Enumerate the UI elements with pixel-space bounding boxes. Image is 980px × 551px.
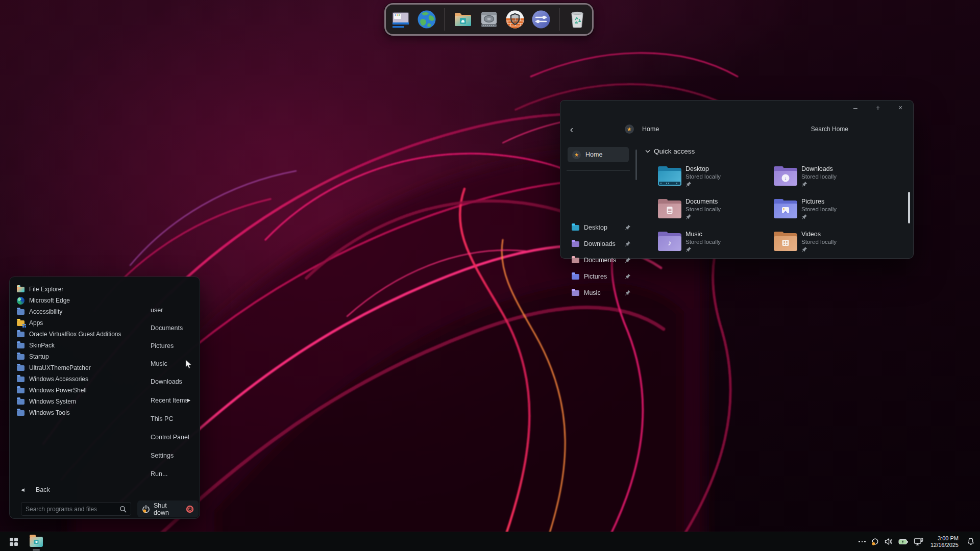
start-menu-pictures[interactable]: Pictures bbox=[151, 341, 174, 351]
start-menu-music[interactable]: Music bbox=[151, 359, 167, 369]
quick-access-header[interactable]: Quick access bbox=[645, 147, 695, 155]
sidebar-item-music[interactable]: Music bbox=[572, 287, 631, 298]
app-label: Windows Accessories bbox=[29, 375, 88, 383]
app-label: Apps bbox=[29, 319, 43, 327]
tray-overflow-icon[interactable] bbox=[859, 541, 866, 542]
clock[interactable]: 3:00 PM 12/16/2025 bbox=[930, 535, 959, 548]
settings-sliders-icon[interactable] bbox=[530, 8, 552, 31]
start-menu-app-windows-powershell[interactable]: Windows PowerShell bbox=[17, 385, 134, 396]
quick-access-item-desktop[interactable]: Desktop Stored locally bbox=[658, 165, 765, 192]
recycle-bin-icon[interactable] bbox=[566, 8, 589, 31]
pin-icon[interactable] bbox=[625, 273, 631, 280]
pin-icon bbox=[801, 214, 807, 220]
start-menu-app-accessibility[interactable]: Accessibility bbox=[17, 306, 134, 317]
start-menu-app-windows-system[interactable]: Windows System bbox=[17, 396, 134, 407]
start-menu-app-windows-tools[interactable]: Windows Tools bbox=[17, 407, 134, 418]
start-menu-app-skinpack[interactable]: SkinPack bbox=[17, 340, 134, 351]
start-menu-app-startup[interactable]: Startup bbox=[17, 351, 134, 362]
start-menu-app-apps[interactable]: Apps bbox=[17, 317, 134, 329]
content-scrollbar[interactable] bbox=[908, 192, 910, 223]
pin-icon[interactable] bbox=[625, 224, 631, 231]
app-label: Windows PowerShell bbox=[29, 387, 87, 394]
start-menu-search[interactable] bbox=[21, 502, 131, 516]
battery-icon[interactable] bbox=[898, 538, 909, 545]
start-menu-documents[interactable]: Documents bbox=[151, 323, 183, 333]
quick-access-item-downloads[interactable]: ↓ Downloads Stored locally bbox=[774, 165, 881, 192]
display-network-icon[interactable] bbox=[914, 538, 923, 546]
start-menu-app-microsoft-edge[interactable]: Microsoft Edge bbox=[17, 295, 134, 306]
sidebar-item-pictures[interactable]: Pictures bbox=[572, 271, 631, 282]
file-explorer-icon bbox=[30, 537, 43, 547]
address-location[interactable]: Home bbox=[642, 126, 659, 133]
start-menu-app-windows-accessories[interactable]: Windows Accessories bbox=[17, 373, 134, 385]
start-menu-this-pc[interactable]: This PC bbox=[151, 414, 173, 424]
quick-access-item-pictures[interactable]: Pictures Stored locally bbox=[774, 198, 881, 224]
close-button[interactable]: × bbox=[896, 103, 905, 113]
sidebar-scrollbar[interactable] bbox=[635, 149, 637, 180]
start-menu-control-panel[interactable]: Control Panel bbox=[151, 432, 189, 442]
volume-icon[interactable] bbox=[885, 538, 893, 545]
start-menu-recent-items[interactable]: Recent Items bbox=[151, 395, 188, 406]
start-menu-app-virtualbox-additions[interactable]: Oracle VirtualBox Guest Additions bbox=[17, 329, 134, 340]
taskbar-file-explorer[interactable] bbox=[27, 532, 46, 551]
menu-item-label: Documents bbox=[151, 324, 183, 332]
menu-item-label: Downloads bbox=[151, 378, 182, 385]
downloads-folder-icon: ↓ bbox=[774, 166, 797, 186]
app-label: UltraUXThemePatcher bbox=[29, 364, 91, 371]
app-label: Oracle VirtualBox Guest Additions bbox=[29, 331, 121, 338]
notification-bell-icon[interactable] bbox=[967, 537, 975, 546]
pin-icon bbox=[685, 181, 692, 187]
shutdown-button[interactable]: Shut down bbox=[137, 500, 199, 517]
start-menu-run[interactable]: Run... bbox=[151, 469, 167, 479]
explorer-content: Quick access Desktop Stored locally ↓ Do… bbox=[642, 141, 913, 254]
folder-icon bbox=[17, 365, 24, 371]
item-subtitle: Stored locally bbox=[685, 206, 721, 212]
firewall-icon[interactable] bbox=[504, 8, 526, 31]
start-menu-app-ultrauxthemepatcher[interactable]: UltraUXThemePatcher bbox=[17, 362, 134, 373]
start-menu-app-file-explorer[interactable]: File Explorer bbox=[17, 284, 134, 295]
search-box[interactable]: Search Home bbox=[811, 126, 848, 133]
item-subtitle: Stored locally bbox=[801, 239, 837, 245]
quick-access-item-music[interactable]: ♪ Music Stored locally bbox=[658, 231, 765, 257]
menu-item-label: Run... bbox=[151, 470, 167, 478]
start-menu: File Explorer Microsoft Edge Accessibili… bbox=[9, 277, 200, 519]
sidebar-item-documents[interactable]: Documents bbox=[572, 255, 631, 266]
browser-globe-icon[interactable] bbox=[415, 8, 438, 31]
search-input[interactable] bbox=[21, 506, 119, 513]
file-explorer-icon bbox=[17, 287, 24, 292]
sidebar-item-desktop[interactable]: Desktop bbox=[572, 222, 631, 233]
sync-icon[interactable] bbox=[871, 537, 879, 546]
explorer-sidebar: ★ Home Desktop Downloads Documents Pictu… bbox=[560, 141, 638, 254]
window-controls: – + × bbox=[851, 103, 905, 113]
desktop-folder-icon bbox=[658, 166, 681, 186]
sidebar-item-home[interactable]: ★ Home bbox=[568, 147, 629, 162]
maximize-button[interactable]: + bbox=[873, 103, 883, 113]
pin-icon[interactable] bbox=[625, 290, 631, 296]
sidebar-item-label: Documents bbox=[584, 257, 625, 264]
folder-icon bbox=[17, 343, 24, 348]
menu-item-label: Settings bbox=[151, 452, 174, 459]
app-label: Microsoft Edge bbox=[29, 297, 70, 304]
pin-icon[interactable] bbox=[625, 241, 631, 247]
hard-drive-icon[interactable] bbox=[478, 8, 500, 31]
sidebar-item-downloads[interactable]: Downloads bbox=[572, 238, 631, 249]
back-button[interactable]: ‹ bbox=[566, 123, 578, 135]
display-settings-icon[interactable] bbox=[389, 8, 412, 31]
start-menu-settings[interactable]: Settings bbox=[151, 450, 174, 461]
start-menu-downloads[interactable]: Downloads bbox=[151, 377, 182, 387]
pin-icon[interactable] bbox=[625, 257, 631, 263]
section-title: Quick access bbox=[654, 147, 695, 155]
start-menu-user[interactable]: user bbox=[151, 305, 163, 315]
quick-access-item-documents[interactable]: Documents Stored locally bbox=[658, 198, 765, 224]
explorer-navbar: ‹ ★ Home Search Home bbox=[560, 122, 913, 136]
windows-start-icon bbox=[10, 538, 18, 546]
back-arrow-icon: ◀ bbox=[21, 487, 24, 492]
item-name: Desktop bbox=[685, 165, 721, 172]
minimize-button[interactable]: – bbox=[851, 103, 860, 113]
home-folder-icon[interactable] bbox=[452, 8, 474, 31]
start-button[interactable] bbox=[4, 532, 23, 551]
app-label: Windows Tools bbox=[29, 409, 70, 416]
item-subtitle: Stored locally bbox=[801, 206, 837, 212]
start-menu-back[interactable]: ◀ Back bbox=[21, 485, 50, 495]
quick-access-item-videos[interactable]: Videos Stored locally bbox=[774, 231, 881, 257]
